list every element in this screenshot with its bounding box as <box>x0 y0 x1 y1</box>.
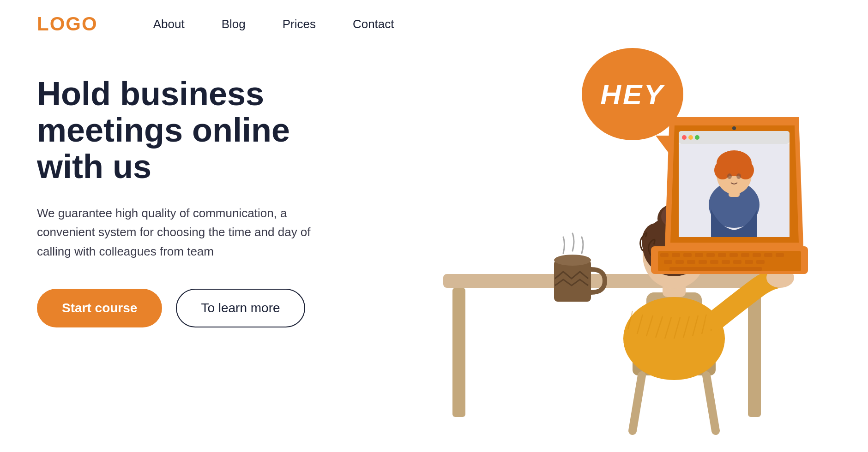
svg-point-63 <box>727 173 732 179</box>
illustration-svg <box>406 71 831 449</box>
svg-rect-2 <box>748 288 761 417</box>
svg-rect-50 <box>669 267 762 271</box>
svg-rect-47 <box>733 260 741 264</box>
svg-point-53 <box>682 135 687 140</box>
svg-line-6 <box>706 375 716 431</box>
desk-illustration <box>406 71 831 449</box>
svg-rect-40 <box>776 253 784 257</box>
nav-contact[interactable]: Contact <box>353 17 394 31</box>
svg-rect-43 <box>687 260 695 264</box>
hero-illustration: HEY <box>360 57 831 449</box>
svg-rect-44 <box>699 260 707 264</box>
svg-rect-48 <box>745 260 753 264</box>
svg-rect-46 <box>722 260 730 264</box>
hero-title: Hold business meetings online with us <box>37 76 360 185</box>
svg-rect-1 <box>452 288 465 417</box>
svg-rect-30 <box>660 253 669 257</box>
svg-rect-41 <box>664 260 672 264</box>
svg-rect-31 <box>672 253 680 257</box>
logo[interactable]: LOGO <box>37 13 126 35</box>
svg-rect-37 <box>741 253 749 257</box>
svg-point-55 <box>695 135 699 140</box>
svg-point-64 <box>736 173 741 179</box>
svg-rect-35 <box>718 253 726 257</box>
nav-prices[interactable]: Prices <box>283 17 316 31</box>
svg-rect-0 <box>443 274 776 288</box>
svg-rect-66 <box>554 260 591 302</box>
learn-more-button[interactable]: To learn more <box>176 289 305 327</box>
svg-point-65 <box>732 126 736 130</box>
nav-about[interactable]: About <box>153 17 185 31</box>
nav-links: About Blog Prices Contact <box>153 17 394 31</box>
svg-rect-45 <box>710 260 718 264</box>
svg-rect-34 <box>706 253 715 257</box>
svg-rect-38 <box>753 253 761 257</box>
navbar: LOGO About Blog Prices Contact <box>0 0 868 48</box>
svg-rect-49 <box>756 260 765 264</box>
svg-rect-42 <box>675 260 684 264</box>
hero-section: Hold business meetings online with us We… <box>0 48 868 449</box>
svg-point-54 <box>688 135 693 140</box>
svg-rect-33 <box>695 253 703 257</box>
svg-rect-32 <box>683 253 692 257</box>
hero-buttons: Start course To learn more <box>37 289 360 327</box>
hero-description: We guarantee high quality of communicati… <box>37 204 314 262</box>
svg-line-5 <box>633 375 642 431</box>
hero-content: Hold business meetings online with us We… <box>37 57 360 449</box>
svg-rect-36 <box>729 253 738 257</box>
start-course-button[interactable]: Start course <box>37 289 162 327</box>
svg-point-67 <box>554 255 591 266</box>
svg-rect-39 <box>764 253 772 257</box>
nav-blog[interactable]: Blog <box>222 17 246 31</box>
